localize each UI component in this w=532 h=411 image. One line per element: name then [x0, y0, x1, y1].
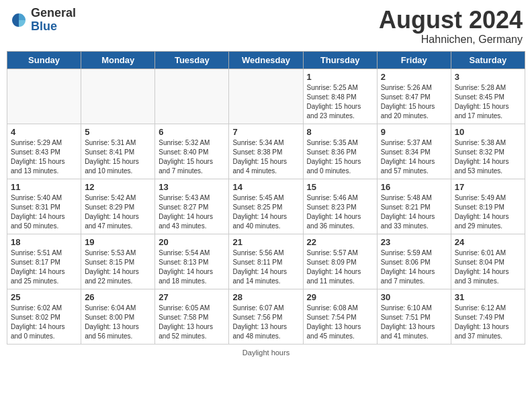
day-info: Sunrise: 5:42 AMSunset: 8:29 PMDaylight:…	[85, 193, 151, 231]
day-info: Sunrise: 5:48 AMSunset: 8:21 PMDaylight:…	[381, 193, 447, 231]
day-number: 8	[307, 127, 373, 137]
day-cell: 25Sunrise: 6:02 AMSunset: 8:02 PMDayligh…	[7, 289, 81, 344]
day-number: 26	[85, 292, 151, 302]
day-cell: 2Sunrise: 5:26 AMSunset: 8:47 PMDaylight…	[377, 68, 451, 124]
day-cell: 9Sunrise: 5:37 AMSunset: 8:34 PMDaylight…	[377, 124, 451, 179]
footer: Daylight hours	[7, 349, 525, 357]
day-cell: 6Sunrise: 5:32 AMSunset: 8:40 PMDaylight…	[155, 124, 229, 179]
day-info: Sunrise: 5:59 AMSunset: 8:06 PMDaylight:…	[381, 248, 447, 286]
day-info: Sunrise: 6:01 AMSunset: 8:04 PMDaylight:…	[455, 248, 521, 286]
day-cell: 28Sunrise: 6:07 AMSunset: 7:56 PMDayligh…	[229, 289, 303, 344]
day-number: 17	[455, 182, 521, 192]
col-header-saturday: Saturday	[451, 51, 525, 68]
day-cell: 13Sunrise: 5:43 AMSunset: 8:27 PMDayligh…	[155, 179, 229, 234]
day-info: Sunrise: 5:57 AMSunset: 8:09 PMDaylight:…	[307, 248, 373, 286]
day-info: Sunrise: 5:43 AMSunset: 8:27 PMDaylight:…	[159, 193, 225, 231]
day-cell: 10Sunrise: 5:38 AMSunset: 8:32 PMDayligh…	[451, 124, 525, 179]
day-info: Sunrise: 5:49 AMSunset: 8:19 PMDaylight:…	[455, 193, 521, 231]
day-info: Sunrise: 5:56 AMSunset: 8:11 PMDaylight:…	[232, 248, 299, 286]
day-number: 24	[455, 237, 521, 247]
day-cell: 15Sunrise: 5:46 AMSunset: 8:23 PMDayligh…	[303, 179, 377, 234]
day-cell: 1Sunrise: 5:25 AMSunset: 8:48 PMDaylight…	[303, 68, 377, 124]
day-cell: 31Sunrise: 6:12 AMSunset: 7:49 PMDayligh…	[451, 289, 525, 344]
day-cell: 27Sunrise: 6:05 AMSunset: 7:58 PMDayligh…	[155, 289, 229, 344]
day-info: Sunrise: 5:34 AMSunset: 8:38 PMDaylight:…	[232, 138, 299, 176]
day-cell: 20Sunrise: 5:54 AMSunset: 8:13 PMDayligh…	[155, 234, 229, 289]
day-cell: 19Sunrise: 5:53 AMSunset: 8:15 PMDayligh…	[81, 234, 155, 289]
day-number: 20	[159, 237, 225, 247]
day-info: Sunrise: 5:38 AMSunset: 8:32 PMDaylight:…	[455, 138, 521, 176]
week-row-1: 4Sunrise: 5:29 AMSunset: 8:43 PMDaylight…	[7, 124, 525, 179]
day-cell: 22Sunrise: 5:57 AMSunset: 8:09 PMDayligh…	[303, 234, 377, 289]
day-number: 29	[307, 292, 373, 302]
day-cell: 21Sunrise: 5:56 AMSunset: 8:11 PMDayligh…	[229, 234, 303, 289]
day-cell: 29Sunrise: 6:08 AMSunset: 7:54 PMDayligh…	[303, 289, 377, 344]
day-cell: 24Sunrise: 6:01 AMSunset: 8:04 PMDayligh…	[451, 234, 525, 289]
day-cell: 3Sunrise: 5:28 AMSunset: 8:45 PMDaylight…	[451, 68, 525, 124]
day-info: Sunrise: 5:25 AMSunset: 8:48 PMDaylight:…	[307, 83, 373, 121]
day-info: Sunrise: 6:12 AMSunset: 7:49 PMDaylight:…	[455, 304, 521, 341]
logo-icon	[9, 11, 28, 30]
day-number: 2	[381, 72, 447, 82]
day-cell: 17Sunrise: 5:49 AMSunset: 8:19 PMDayligh…	[451, 179, 525, 234]
week-row-0: 1Sunrise: 5:25 AMSunset: 8:48 PMDaylight…	[7, 68, 525, 124]
day-number: 6	[159, 127, 225, 137]
day-cell: 23Sunrise: 5:59 AMSunset: 8:06 PMDayligh…	[377, 234, 451, 289]
day-number: 19	[85, 237, 151, 247]
day-info: Sunrise: 5:51 AMSunset: 8:17 PMDaylight:…	[11, 248, 77, 286]
col-header-friday: Friday	[377, 51, 451, 68]
col-header-wednesday: Wednesday	[229, 51, 303, 68]
logo-text: General Blue	[31, 7, 76, 34]
day-cell: 11Sunrise: 5:40 AMSunset: 8:31 PMDayligh…	[7, 179, 81, 234]
day-info: Sunrise: 6:04 AMSunset: 8:00 PMDaylight:…	[85, 304, 151, 341]
day-number: 15	[307, 182, 373, 192]
calendar-header-row: SundayMondayTuesdayWednesdayThursdayFrid…	[7, 51, 525, 68]
day-number: 12	[85, 182, 151, 192]
week-row-2: 11Sunrise: 5:40 AMSunset: 8:31 PMDayligh…	[7, 179, 525, 234]
day-number: 30	[381, 292, 447, 302]
month-year: August 2024	[379, 7, 523, 34]
logo-general: General	[31, 7, 76, 20]
day-info: Sunrise: 5:35 AMSunset: 8:36 PMDaylight:…	[307, 138, 373, 176]
day-number: 10	[455, 127, 521, 137]
page-header: General Blue August 2024 Hahnichen, Germ…	[7, 7, 525, 46]
location: Hahnichen, Germany	[379, 34, 523, 46]
col-header-tuesday: Tuesday	[155, 51, 229, 68]
day-number: 3	[455, 72, 521, 82]
day-cell	[155, 68, 229, 124]
day-info: Sunrise: 5:53 AMSunset: 8:15 PMDaylight:…	[85, 248, 151, 286]
day-cell: 8Sunrise: 5:35 AMSunset: 8:36 PMDaylight…	[303, 124, 377, 179]
day-cell: 14Sunrise: 5:45 AMSunset: 8:25 PMDayligh…	[229, 179, 303, 234]
day-number: 11	[11, 182, 77, 192]
day-number: 18	[11, 237, 77, 247]
day-info: Sunrise: 5:28 AMSunset: 8:45 PMDaylight:…	[455, 83, 521, 121]
day-cell: 5Sunrise: 5:31 AMSunset: 8:41 PMDaylight…	[81, 124, 155, 179]
day-info: Sunrise: 5:32 AMSunset: 8:40 PMDaylight:…	[159, 138, 225, 176]
col-header-thursday: Thursday	[303, 51, 377, 68]
day-info: Sunrise: 5:40 AMSunset: 8:31 PMDaylight:…	[11, 193, 77, 231]
day-info: Sunrise: 5:29 AMSunset: 8:43 PMDaylight:…	[11, 138, 77, 176]
day-cell: 30Sunrise: 6:10 AMSunset: 7:51 PMDayligh…	[377, 289, 451, 344]
day-info: Sunrise: 5:46 AMSunset: 8:23 PMDaylight:…	[307, 193, 373, 231]
day-number: 9	[381, 127, 447, 137]
day-number: 22	[307, 237, 373, 247]
day-info: Sunrise: 5:45 AMSunset: 8:25 PMDaylight:…	[232, 193, 299, 231]
day-number: 23	[381, 237, 447, 247]
day-number: 25	[11, 292, 77, 302]
day-number: 7	[232, 127, 299, 137]
day-cell	[7, 68, 81, 124]
day-info: Sunrise: 6:07 AMSunset: 7:56 PMDaylight:…	[232, 304, 299, 341]
col-header-monday: Monday	[81, 51, 155, 68]
day-cell: 4Sunrise: 5:29 AMSunset: 8:43 PMDaylight…	[7, 124, 81, 179]
day-info: Sunrise: 6:10 AMSunset: 7:51 PMDaylight:…	[381, 304, 447, 341]
day-cell: 12Sunrise: 5:42 AMSunset: 8:29 PMDayligh…	[81, 179, 155, 234]
day-number: 5	[85, 127, 151, 137]
day-number: 13	[159, 182, 225, 192]
day-cell: 7Sunrise: 5:34 AMSunset: 8:38 PMDaylight…	[229, 124, 303, 179]
day-cell	[229, 68, 303, 124]
logo-blue: Blue	[31, 20, 76, 34]
day-number: 14	[232, 182, 299, 192]
day-info: Sunrise: 5:26 AMSunset: 8:47 PMDaylight:…	[381, 83, 447, 121]
title-block: August 2024 Hahnichen, Germany	[379, 7, 523, 46]
day-info: Sunrise: 5:37 AMSunset: 8:34 PMDaylight:…	[381, 138, 447, 176]
